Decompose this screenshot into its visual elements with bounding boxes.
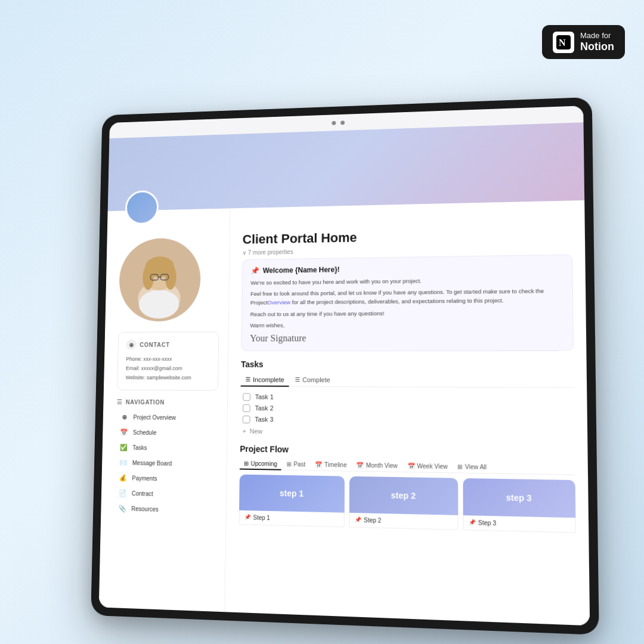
page-body: ⊕ CONTACT Phone: xxx-xxx-xxxx Email: xxx…	[99, 200, 590, 626]
week-label: Week View	[417, 463, 447, 470]
step-3-card-label: step 3	[506, 493, 532, 503]
flow-tab-week[interactable]: 📅 Week View	[403, 461, 452, 473]
flow-tab-upcoming[interactable]: ⊞ Upcoming	[240, 459, 281, 470]
task-3-label: Task 3	[255, 416, 273, 423]
step-3-info: 📌 Step 3	[463, 515, 576, 533]
flow-tab-past[interactable]: ⊞ Past	[283, 459, 310, 471]
timeline-label: Timeline	[324, 462, 347, 469]
welcome-header: 📌 Welcome {Name Here}!	[250, 262, 563, 275]
profile-image	[119, 237, 202, 321]
step-2-pin: 📌	[355, 517, 361, 524]
resources-icon: 📎	[117, 504, 126, 513]
task-1-checkbox[interactable]	[243, 393, 250, 401]
page-title-area: Client Portal Home ∨ 7 more properties	[242, 208, 572, 256]
tablet-screen: ⊕ CONTACT Phone: xxx-xxx-xxxx Email: xxx…	[99, 106, 590, 626]
step-card-3[interactable]: step 3 📌 Step 3	[463, 478, 575, 537]
step-2-label-row: 📌 Step 2	[355, 516, 453, 525]
incomplete-tab-label: Incomplete	[253, 376, 284, 383]
step-card-1[interactable]: step 1 📌 Step 1	[239, 475, 345, 531]
nav-item-project-overview[interactable]: ⊕ Project Overview	[116, 410, 218, 425]
nav-icon: ☰	[117, 398, 123, 406]
complete-tab-label: Complete	[302, 376, 330, 383]
step-3-label: Step 3	[478, 519, 496, 527]
tablet-outer: ⊕ CONTACT Phone: xxx-xxx-xxxx Email: xxx…	[91, 97, 599, 635]
nav-item-label: Tasks	[132, 444, 147, 451]
tasks-tabs-row: ☰ Incomplete ☰ Complete	[241, 374, 574, 388]
nav-item-resources[interactable]: 📎 Resources	[114, 501, 216, 518]
message-board-icon: ✉️	[119, 458, 128, 467]
contact-email: Email: xxxxx@gmail.com	[126, 364, 210, 373]
tasks-section: Tasks ☰ Incomplete ☰ Complete	[240, 360, 575, 441]
complete-tab-icon: ☰	[295, 376, 300, 383]
contact-title: CONTACT	[140, 341, 170, 348]
nav-item-label: Message Board	[132, 460, 172, 467]
step-card-2[interactable]: step 2 📌 Step 2	[349, 476, 459, 534]
nav-item-tasks[interactable]: ✅ Tasks	[116, 441, 218, 456]
step-2-label: Step 2	[364, 517, 381, 524]
flow-tab-month[interactable]: 📅 Month View	[352, 460, 402, 472]
task-2-label: Task 2	[255, 405, 273, 412]
welcome-line1: We're so excited to have you here and wo…	[250, 274, 564, 287]
welcome-title: Welcome {Name Here}!	[263, 265, 340, 274]
nav-item-contract[interactable]: 📄 Contract	[114, 486, 216, 502]
step-2-image: step 2	[349, 476, 459, 515]
tasks-icon: ✅	[119, 443, 128, 453]
upcoming-icon: ⊞	[244, 460, 249, 467]
overview-link[interactable]: Overview	[267, 299, 290, 306]
contact-section: ⊕ CONTACT Phone: xxx-xxx-xxxx Email: xxx…	[117, 332, 219, 391]
contact-info: Phone: xxx-xxx-xxxx Email: xxxxx@gmail.c…	[126, 354, 210, 383]
month-label: Month View	[366, 462, 398, 469]
step-1-card-label: step 1	[280, 488, 304, 499]
step-2-card-label: step 2	[391, 490, 416, 500]
payments-icon: 💰	[119, 473, 128, 483]
task-2-checkbox[interactable]	[243, 404, 250, 412]
all-label: View All	[465, 463, 487, 470]
schedule-icon: 📅	[119, 428, 128, 437]
notion-badge-text: Made for Notion	[580, 31, 614, 53]
left-panel: ⊕ CONTACT Phone: xxx-xxx-xxxx Email: xxx…	[99, 208, 231, 612]
project-flow-title: Project Flow	[240, 444, 575, 459]
notion-content: ⊕ CONTACT Phone: xxx-xxx-xxxx Email: xxx…	[99, 122, 590, 626]
step-2-info: 📌 Step 2	[349, 513, 459, 530]
notion-icon: N	[553, 32, 574, 53]
welcome-line4: Reach out to us at any time if you have …	[250, 307, 564, 318]
right-panel: Client Portal Home ∨ 7 more properties 📌…	[225, 200, 590, 626]
upcoming-label: Upcoming	[251, 460, 277, 467]
cover-area	[108, 122, 585, 211]
nav-item-schedule[interactable]: 📅 Schedule	[116, 425, 218, 440]
welcome-line2: Feel free to look around this portal, an…	[250, 286, 564, 307]
tasks-title: Tasks	[241, 360, 574, 370]
tablet-wrapper: ⊕ CONTACT Phone: xxx-xxx-xxxx Email: xxx…	[86, 101, 587, 620]
camera-dot-2	[340, 120, 345, 125]
contact-icon: ⊕	[126, 339, 137, 349]
nav-item-label: Contract	[132, 490, 153, 497]
past-label: Past	[293, 461, 305, 467]
nav-item-label: Payments	[132, 475, 157, 482]
step-1-image: step 1	[239, 475, 345, 513]
task-1-label: Task 1	[255, 394, 274, 401]
flow-tab-all[interactable]: ⊞ View All	[453, 462, 491, 474]
nav-item-label: Resources	[131, 506, 159, 513]
tab-complete[interactable]: ☰ Complete	[290, 374, 335, 387]
nav-item-payments[interactable]: 💰 Payments	[115, 471, 217, 487]
nav-item-label: Schedule	[133, 429, 157, 436]
project-overview-icon: ⊕	[120, 413, 129, 422]
nav-header: ☰ NAVIGATION	[117, 398, 218, 407]
tab-incomplete[interactable]: ☰ Incomplete	[241, 374, 289, 387]
svg-text:N: N	[559, 38, 566, 48]
contact-phone: Phone: xxx-xxx-xxxx	[126, 354, 210, 364]
past-icon: ⊞	[286, 461, 291, 467]
welcome-pin-icon: 📌	[250, 267, 259, 275]
step-3-image: step 3	[463, 478, 575, 518]
signature: Your Signature	[250, 332, 564, 344]
add-new-task[interactable]: + New	[240, 425, 575, 441]
add-icon: +	[243, 428, 246, 435]
contract-icon: 📄	[118, 488, 127, 498]
notion-badge: N Made for Notion	[542, 25, 625, 59]
made-for-label: Made for	[580, 31, 614, 41]
week-icon: 📅	[407, 463, 414, 469]
nav-item-message-board[interactable]: ✉️ Message Board	[115, 456, 217, 471]
flow-tab-timeline[interactable]: 📅 Timeline	[311, 459, 351, 471]
nav-title: NAVIGATION	[126, 399, 165, 405]
task-3-checkbox[interactable]	[243, 416, 250, 423]
